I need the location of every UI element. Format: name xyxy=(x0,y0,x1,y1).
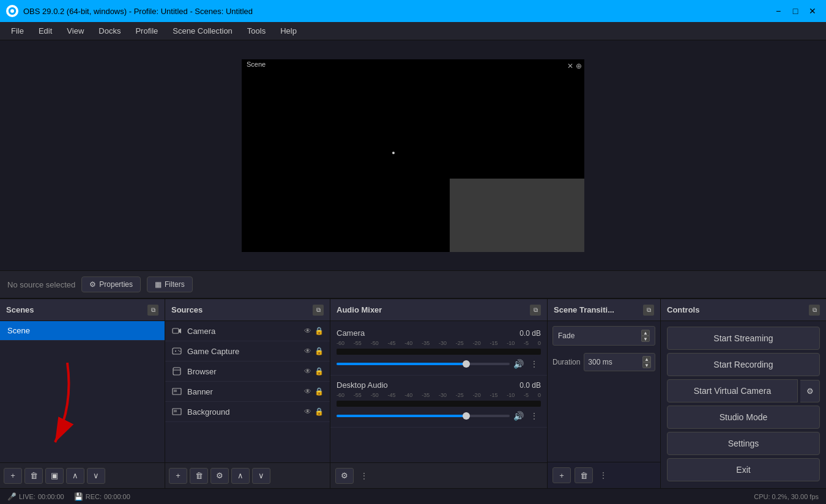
source-item-background[interactable]: Background 👁 🔒 xyxy=(165,402,330,422)
source-camera-label: Camera xyxy=(187,327,299,336)
source-banner-lock[interactable]: 🔒 xyxy=(314,387,324,396)
menu-docks[interactable]: Docks xyxy=(92,24,127,38)
source-browser-icon xyxy=(171,366,182,377)
menu-scene-collection[interactable]: Scene Collection xyxy=(166,24,239,38)
sources-panel-footer: + 🗑 ⚙ ∧ ∨ xyxy=(165,462,330,488)
audio-camera-menu-icon[interactable]: ⋮ xyxy=(527,358,541,370)
red-arrow xyxy=(31,357,104,456)
source-game-controls: 👁 🔒 xyxy=(304,347,324,355)
start-recording-button[interactable]: Start Recording xyxy=(667,353,820,376)
preview-close-x[interactable]: ✕ xyxy=(567,62,573,70)
source-properties-button[interactable]: ⚙ xyxy=(210,468,229,484)
source-banner-eye[interactable]: 👁 xyxy=(304,387,311,396)
source-background-eye[interactable]: 👁 xyxy=(304,407,311,416)
source-item-banner[interactable]: Banner 👁 🔒 xyxy=(165,382,330,402)
scenes-panel-header: Scenes ⧉ xyxy=(0,299,165,321)
audio-camera-meter xyxy=(337,349,541,355)
properties-button[interactable]: ⚙ Properties xyxy=(81,276,141,292)
properties-bar: No source selected ⚙ Properties ▦ Filter… xyxy=(0,270,826,298)
sources-float-button[interactable]: ⧉ xyxy=(313,305,324,316)
source-camera-controls: 👁 🔒 xyxy=(304,327,324,335)
maximize-button[interactable]: □ xyxy=(788,4,803,18)
virtual-camera-settings-icon: ⚙ xyxy=(806,387,814,396)
audio-settings-button[interactable]: ⚙ xyxy=(335,468,354,484)
rec-time: 00:00:00 xyxy=(104,493,130,500)
source-down-button[interactable]: ∨ xyxy=(252,468,270,484)
audio-camera-mute-icon[interactable]: 🔊 xyxy=(513,359,524,369)
source-item-browser[interactable]: Browser 👁 🔒 xyxy=(165,361,330,382)
duration-row: Duration 300 ms ▲ ▼ xyxy=(548,350,660,374)
scene-item-scene[interactable]: Scene xyxy=(0,321,165,341)
exit-button[interactable]: Exit xyxy=(667,458,820,481)
transition-delete-button[interactable]: 🗑 xyxy=(575,467,593,483)
main: Scene ✕ ⊕ No source selected ⚙ Propertie… xyxy=(0,40,826,504)
source-browser-label: Browser xyxy=(187,367,299,376)
duration-spinner-down[interactable]: ▼ xyxy=(642,362,651,368)
source-browser-lock[interactable]: 🔒 xyxy=(314,367,324,376)
scenes-float-button[interactable]: ⧉ xyxy=(147,305,158,316)
statusbar: 🎤 LIVE: 00:00:00 💾 REC: 00:00:00 CPU: 0.… xyxy=(0,488,826,504)
source-delete-button[interactable]: 🗑 xyxy=(190,468,208,484)
studio-mode-button[interactable]: Studio Mode xyxy=(667,406,820,429)
window-title: OBS 29.0.2 (64-bit, windows) - Profile: … xyxy=(23,7,766,16)
source-camera-eye[interactable]: 👁 xyxy=(304,327,311,335)
menu-view[interactable]: View xyxy=(61,24,90,38)
transition-spinner-up[interactable]: ▲ xyxy=(641,330,650,336)
audio-desktop-mute-icon[interactable]: 🔊 xyxy=(513,411,524,421)
menubar: File Edit View Docks Profile Scene Colle… xyxy=(0,22,826,40)
source-camera-lock[interactable]: 🔒 xyxy=(314,327,324,335)
scene-delete-button[interactable]: 🗑 xyxy=(24,468,43,484)
audio-desktop-controls: 🔊 ⋮ xyxy=(337,410,541,422)
filters-button[interactable]: ▦ Filters xyxy=(147,276,193,292)
audio-channel-camera: Camera 0.0 dB -60-55-50-45-40-35-30-25-2… xyxy=(330,324,547,376)
source-background-label: Background xyxy=(187,407,299,417)
start-streaming-button[interactable]: Start Streaming xyxy=(667,327,820,350)
minimize-button[interactable]: − xyxy=(771,4,786,18)
menu-edit[interactable]: Edit xyxy=(32,24,58,38)
audio-desktop-volume-slider[interactable] xyxy=(337,415,510,417)
close-button[interactable]: ✕ xyxy=(805,4,820,18)
source-browser-eye[interactable]: 👁 xyxy=(304,367,311,376)
source-banner-controls: 👁 🔒 xyxy=(304,387,324,396)
transitions-panel-content: Fade ▲ ▼ Duration 300 ms ▲ ▼ xyxy=(548,321,660,462)
source-add-button[interactable]: + xyxy=(169,468,187,484)
audio-float-button[interactable]: ⧉ xyxy=(530,305,541,316)
scene-filter-button[interactable]: ▣ xyxy=(45,468,64,484)
menu-help[interactable]: Help xyxy=(274,24,303,38)
source-browser-controls: 👁 🔒 xyxy=(304,367,324,376)
source-item-game-capture[interactable]: Game Capture 👁 🔒 xyxy=(165,341,330,361)
duration-spinner-up[interactable]: ▲ xyxy=(642,356,651,362)
source-up-button[interactable]: ∧ xyxy=(231,468,250,484)
transition-spinner-down[interactable]: ▼ xyxy=(641,336,650,342)
audio-desktop-menu-icon[interactable]: ⋮ xyxy=(527,410,541,422)
controls-panel: Controls ⧉ Start Streaming Start Recordi… xyxy=(661,299,826,488)
source-game-lock[interactable]: 🔒 xyxy=(314,347,324,355)
virtual-camera-settings-button[interactable]: ⚙ xyxy=(800,380,820,402)
menu-tools[interactable]: Tools xyxy=(241,24,272,38)
bottom-panels: Scenes ⧉ Scene xyxy=(0,298,826,488)
audio-desktop-meter-labels: -60-55-50-45-40-35-30-25-20-15-10-50 xyxy=(337,392,541,398)
transitions-float-button[interactable]: ⧉ xyxy=(643,305,654,316)
scenes-panel-footer: + 🗑 ▣ ∧ ∨ xyxy=(0,462,165,488)
menu-file[interactable]: File xyxy=(5,24,30,38)
svg-point-8 xyxy=(178,350,179,351)
scene-add-button[interactable]: + xyxy=(4,468,22,484)
source-game-eye[interactable]: 👁 xyxy=(304,347,311,355)
transition-kebab-button[interactable]: ⋮ xyxy=(597,469,610,481)
scene-down-button[interactable]: ∨ xyxy=(87,468,105,484)
menu-profile[interactable]: Profile xyxy=(129,24,164,38)
settings-button[interactable]: Settings xyxy=(667,432,820,455)
transition-add-button[interactable]: + xyxy=(553,467,571,483)
start-virtual-camera-button[interactable]: Start Virtual Camera xyxy=(667,379,798,402)
audio-kebab-button[interactable]: ⋮ xyxy=(357,470,371,482)
source-item-camera[interactable]: Camera 👁 🔒 xyxy=(165,321,330,341)
source-background-lock[interactable]: 🔒 xyxy=(314,407,324,416)
preview-close-search[interactable]: ⊕ xyxy=(576,62,582,70)
scene-up-button[interactable]: ∧ xyxy=(66,468,84,484)
duration-input-box[interactable]: 300 ms ▲ ▼ xyxy=(584,353,655,371)
transition-type-select[interactable]: Fade ▲ ▼ xyxy=(553,326,655,346)
audio-camera-volume-slider[interactable] xyxy=(337,363,510,365)
audio-panel-title: Audio Mixer xyxy=(337,305,382,314)
svg-point-9 xyxy=(179,351,180,352)
controls-float-button[interactable]: ⧉ xyxy=(809,305,820,316)
